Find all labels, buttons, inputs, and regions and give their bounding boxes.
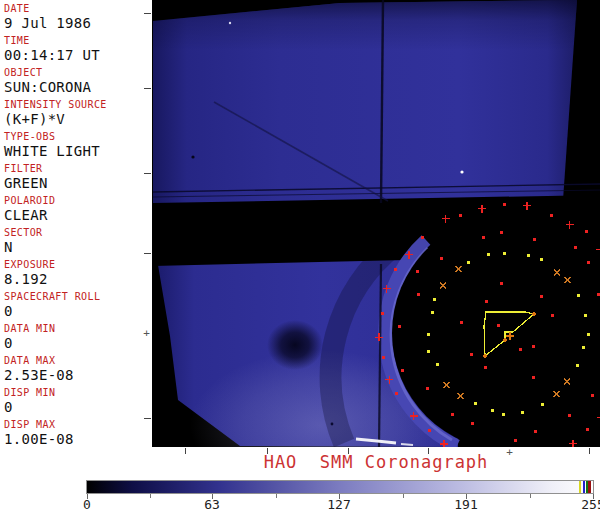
field-label: SECTOR [4, 226, 152, 239]
field-label: OBJECT [4, 66, 152, 79]
metadata-field: DISP MIN0 [0, 386, 152, 418]
left-edge-fiducial: + [142, 329, 151, 338]
colorbar-tick-label: 127 [327, 499, 350, 511]
white-speck [229, 22, 231, 24]
coronagraph-image [152, 0, 600, 447]
metadata-field: SECTORN [0, 226, 152, 258]
colorbar-minor-tick [403, 494, 404, 498]
colorbar-tick-label: 0 [83, 499, 91, 511]
field-value: CLEAR [4, 207, 152, 224]
field-value: 8.192 [4, 271, 152, 288]
field-label: FILTER [4, 162, 152, 175]
intensity-colorbar [86, 480, 594, 494]
field-value: 9 Jul 1986 [4, 15, 152, 32]
metadata-field: EXPOSURE8.192 [0, 258, 152, 290]
colorbar-marker-stripe [588, 481, 591, 493]
field-label: TYPE-OBS [4, 130, 152, 143]
field-label: DATA MIN [4, 322, 152, 335]
field-value: N [4, 239, 152, 256]
metadata-field: POLAROIDCLEAR [0, 194, 152, 226]
field-value: 1.00E-08 [4, 431, 152, 448]
left-edge-fiducial [144, 88, 151, 89]
metadata-field: TYPE-OBSWHITE LIGHT [0, 130, 152, 162]
colorbar-minor-tick [150, 494, 151, 498]
metadata-field: DATE9 Jul 1986 [0, 2, 152, 34]
field-value: (K+F)*V [4, 111, 152, 128]
colorbar-tick-label: 191 [454, 499, 477, 511]
metadata-field: INTENSITY SOURCE(K+F)*V [0, 98, 152, 130]
field-label: SPACECRAFT ROLL [4, 290, 152, 303]
coronagraph-viewer: { "window": { "title_text": "HAO SMM Cor… [0, 0, 600, 512]
dust-spot [267, 320, 323, 370]
colorbar-marker-stripe [583, 481, 585, 493]
colorbar-minor-tick [530, 494, 531, 498]
field-label: DATE [4, 2, 152, 15]
bright-streak-2 [401, 444, 413, 445]
field-value: SUN:CORONA [4, 79, 152, 96]
field-label: INTENSITY SOURCE [4, 98, 152, 111]
left-edge-fiducial [144, 173, 151, 174]
star-dot [460, 170, 463, 173]
coronagraph-image-panel [152, 0, 600, 447]
left-edge-fiducial [144, 253, 151, 254]
left-edge-fiducial [144, 418, 151, 419]
field-value: 00:14:17 UT [4, 47, 152, 64]
field-label: EXPOSURE [4, 258, 152, 271]
metadata-sidebar: DATE9 Jul 1986TIME00:14:17 UTOBJECTSUN:C… [0, 2, 152, 450]
field-value: 0 [4, 335, 152, 352]
field-value: GREEN [4, 175, 152, 192]
metadata-field: DISP MAX1.00E-08 [0, 418, 152, 450]
dark-speck [191, 155, 194, 158]
field-value: 0 [4, 303, 152, 320]
metadata-field: TIME00:14:17 UT [0, 34, 152, 66]
field-label: DISP MAX [4, 418, 152, 431]
colorbar-tick-labels: 063127191255 [87, 499, 593, 512]
metadata-field: OBJECTSUN:CORONA [0, 66, 152, 98]
colorbar-tick-label: 63 [204, 499, 220, 511]
field-label: DATA MAX [4, 354, 152, 367]
colorbar-tick-label: 255 [581, 499, 600, 511]
field-value: WHITE LIGHT [4, 143, 152, 160]
dark-speck-2 [331, 423, 334, 426]
metadata-field: SPACECRAFT ROLL0 [0, 290, 152, 322]
metadata-field: DATA MAX2.53E-08 [0, 354, 152, 386]
field-value: 2.53E-08 [4, 367, 152, 384]
metadata-field: DATA MIN0 [0, 322, 152, 354]
colorbar-minor-tick [276, 494, 277, 498]
photo-frame-upper-shading [153, 0, 577, 204]
field-label: TIME [4, 34, 152, 47]
colorbar-marker-stripe [579, 481, 581, 493]
left-edge-fiducial [144, 13, 151, 14]
image-caption: HAO SMM Coronagraph [152, 452, 600, 472]
field-label: DISP MIN [4, 386, 152, 399]
field-value: 0 [4, 399, 152, 416]
metadata-field: FILTERGREEN [0, 162, 152, 194]
field-label: POLAROID [4, 194, 152, 207]
